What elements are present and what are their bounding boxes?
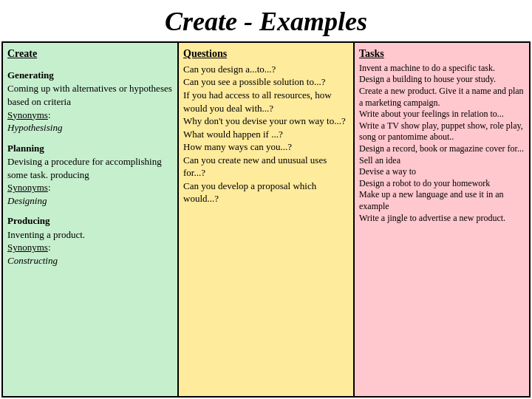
create-column: Create Generating Coming up with alterna… — [3, 43, 179, 396]
generating-synonyms: Synonyms:Hypothesising — [7, 109, 173, 134]
page-title: Create - Examples — [0, 0, 532, 41]
create-header: Create — [7, 47, 173, 61]
questions-header: Questions — [183, 47, 349, 61]
generating-body: Coming up with alternatives or hypothese… — [7, 82, 173, 108]
producing-body: Inventing a product. — [7, 228, 173, 242]
questions-list: Can you design a...to...? Can you see a … — [183, 63, 349, 205]
tasks-list: Invent a machine to do a specific task. … — [359, 63, 525, 224]
questions-column: Questions Can you design a...to...? Can … — [179, 43, 355, 396]
planning-synonyms: Synonyms:Designing — [7, 181, 173, 207]
page: Create - Examples Create Generating Comi… — [0, 0, 532, 399]
producing-synonyms: Synonyms:Constructing — [7, 241, 173, 267]
planning-header: Planning — [7, 142, 173, 155]
generating-header: Generating — [7, 69, 173, 82]
producing-header: Producing — [7, 214, 173, 228]
tasks-column: Tasks Invent a machine to do a specific … — [355, 43, 529, 396]
tasks-header: Tasks — [359, 47, 525, 61]
table: Create Generating Coming up with alterna… — [1, 41, 531, 398]
planning-body: Devising a procedure for accomplishing s… — [7, 155, 173, 181]
